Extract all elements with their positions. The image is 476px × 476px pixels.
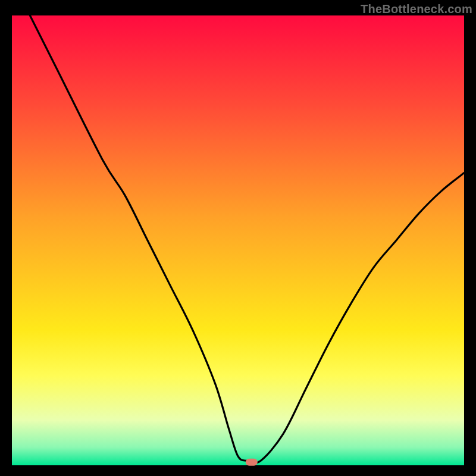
bottleneck-chart [0, 0, 476, 476]
chart-stage: TheBottleneck.com [0, 0, 476, 476]
optimal-marker [246, 459, 258, 466]
watermark-label: TheBottleneck.com [361, 2, 472, 16]
